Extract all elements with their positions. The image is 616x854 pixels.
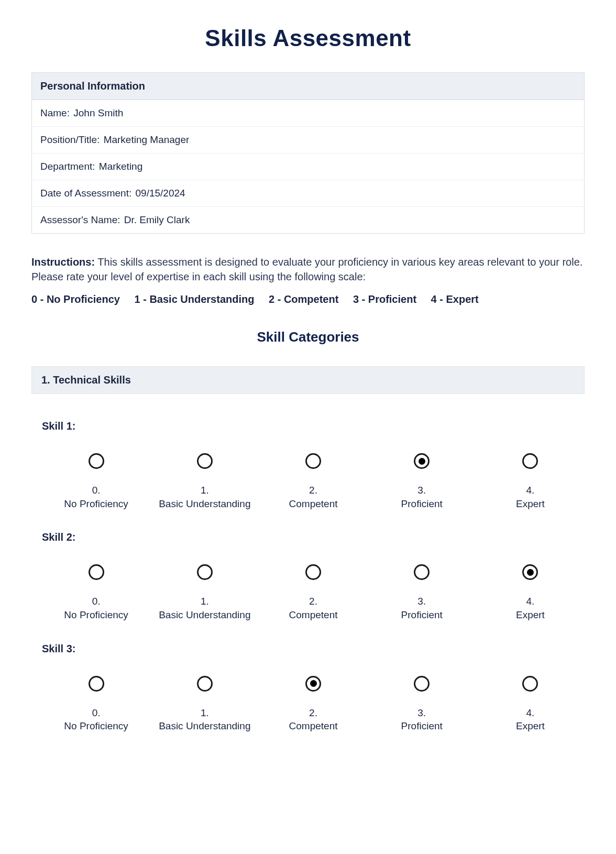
info-label: Name:	[40, 107, 70, 118]
rating-text: No Proficiency	[64, 497, 128, 511]
rating-radio-4[interactable]	[522, 676, 538, 692]
instructions-label: Instructions:	[31, 256, 95, 268]
info-value: 09/15/2024	[136, 188, 185, 199]
category-header: 1. Technical Skills	[31, 366, 585, 394]
rating-number: 0.	[92, 484, 101, 497]
table-row: Assessor's Name: Dr. Emily Clark	[32, 207, 585, 234]
rating-text: No Proficiency	[64, 608, 128, 622]
rating-text: Proficient	[401, 719, 443, 733]
rating-radio-3[interactable]	[414, 453, 430, 469]
rating-number: 4.	[526, 706, 534, 720]
rating-radio-0[interactable]	[89, 676, 104, 692]
scale-item: 4 - Expert	[431, 293, 479, 305]
rating-radio-4[interactable]	[522, 564, 538, 580]
table-row: Name: John Smith	[32, 100, 585, 127]
rating-cell: 0.No Proficiency	[42, 564, 150, 621]
skill-label: Skill 2:	[42, 531, 585, 543]
info-label: Assessor's Name:	[40, 214, 120, 225]
rating-radio-4[interactable]	[522, 453, 538, 469]
rating-number: 2.	[309, 706, 317, 720]
page: Skills Assessment Personal Information N…	[0, 0, 616, 785]
rating-text: Basic Understanding	[159, 608, 250, 622]
rating-cell: 3.Proficient	[368, 453, 476, 510]
rating-cell: 3.Proficient	[368, 676, 476, 733]
personal-info-table: Personal Information Name: John Smith Po…	[31, 72, 585, 234]
rating-number: 4.	[526, 484, 534, 497]
rating-number: 1.	[201, 706, 209, 720]
skills-container: Skill 1:0.No Proficiency1.Basic Understa…	[31, 420, 585, 733]
info-value: Marketing	[99, 161, 142, 172]
skill-block: Skill 1:0.No Proficiency1.Basic Understa…	[42, 420, 585, 510]
skill-label: Skill 3:	[42, 643, 585, 655]
rating-text: Proficient	[401, 608, 443, 622]
rating-radio-1[interactable]	[197, 453, 213, 469]
info-label: Position/Title:	[40, 134, 100, 145]
rating-radio-1[interactable]	[197, 564, 213, 580]
info-value: Dr. Emily Clark	[124, 214, 190, 225]
rating-number: 2.	[309, 484, 317, 497]
info-value: John Smith	[73, 107, 123, 118]
rating-radio-0[interactable]	[89, 564, 104, 580]
rating-cell: 1.Basic Understanding	[150, 453, 259, 510]
rating-row: 0.No Proficiency1.Basic Understanding2.C…	[42, 564, 585, 621]
scale-item: 2 - Competent	[269, 293, 338, 305]
instructions: Instructions: This skills assessment is …	[31, 255, 585, 284]
rating-cell: 2.Competent	[259, 676, 367, 733]
rating-number: 2.	[309, 595, 317, 608]
rating-number: 3.	[417, 484, 426, 497]
info-value: Marketing Manager	[104, 134, 190, 145]
rating-radio-2[interactable]	[305, 564, 321, 580]
rating-text: Competent	[289, 719, 338, 733]
skill-label: Skill 1:	[42, 420, 585, 432]
rating-radio-3[interactable]	[414, 676, 430, 692]
rating-cell: 0.No Proficiency	[42, 453, 150, 510]
rating-number: 0.	[92, 595, 101, 608]
rating-cell: 2.Competent	[259, 564, 367, 621]
table-row: Department: Marketing	[32, 154, 585, 180]
rating-number: 0.	[92, 706, 101, 720]
categories-title: Skill Categories	[31, 329, 585, 345]
rating-radio-1[interactable]	[197, 676, 213, 692]
scale-item: 3 - Proficient	[353, 293, 416, 305]
scale-item: 0 - No Proficiency	[31, 293, 120, 305]
rating-text: Basic Understanding	[159, 719, 250, 733]
rating-cell: 0.No Proficiency	[42, 676, 150, 733]
rating-text: Expert	[516, 608, 545, 622]
rating-cell: 3.Proficient	[368, 564, 476, 621]
rating-text: Proficient	[401, 497, 443, 511]
scale-legend: 0 - No Proficiency 1 - Basic Understandi…	[31, 293, 585, 305]
rating-text: Basic Understanding	[159, 497, 250, 511]
rating-cell: 1.Basic Understanding	[150, 676, 259, 733]
skill-block: Skill 3:0.No Proficiency1.Basic Understa…	[42, 643, 585, 733]
rating-radio-3[interactable]	[414, 564, 430, 580]
info-label: Department:	[40, 161, 95, 172]
rating-cell: 4.Expert	[476, 453, 585, 510]
rating-cell: 4.Expert	[476, 676, 585, 733]
rating-number: 3.	[417, 706, 426, 720]
scale-item: 1 - Basic Understanding	[135, 293, 255, 305]
table-row: Position/Title: Marketing Manager	[32, 127, 585, 154]
table-row: Date of Assessment: 09/15/2024	[32, 180, 585, 207]
rating-radio-2[interactable]	[305, 453, 321, 469]
info-label: Date of Assessment:	[40, 188, 131, 199]
rating-text: Expert	[516, 497, 545, 511]
rating-text: Competent	[289, 497, 338, 511]
rating-cell: 2.Competent	[259, 453, 367, 510]
rating-row: 0.No Proficiency1.Basic Understanding2.C…	[42, 453, 585, 510]
rating-cell: 1.Basic Understanding	[150, 564, 259, 621]
rating-number: 4.	[526, 595, 534, 608]
skill-block: Skill 2:0.No Proficiency1.Basic Understa…	[42, 531, 585, 621]
rating-number: 1.	[201, 595, 209, 608]
rating-radio-2[interactable]	[305, 676, 321, 692]
rating-cell: 4.Expert	[476, 564, 585, 621]
rating-text: Expert	[516, 719, 545, 733]
personal-info-header: Personal Information	[32, 73, 585, 100]
rating-row: 0.No Proficiency1.Basic Understanding2.C…	[42, 676, 585, 733]
instructions-text: This skills assessment is designed to ev…	[31, 256, 582, 282]
rating-text: Competent	[289, 608, 338, 622]
rating-number: 1.	[201, 484, 209, 497]
rating-text: No Proficiency	[64, 719, 128, 733]
page-title: Skills Assessment	[31, 25, 585, 51]
rating-number: 3.	[417, 595, 426, 608]
rating-radio-0[interactable]	[89, 453, 104, 469]
